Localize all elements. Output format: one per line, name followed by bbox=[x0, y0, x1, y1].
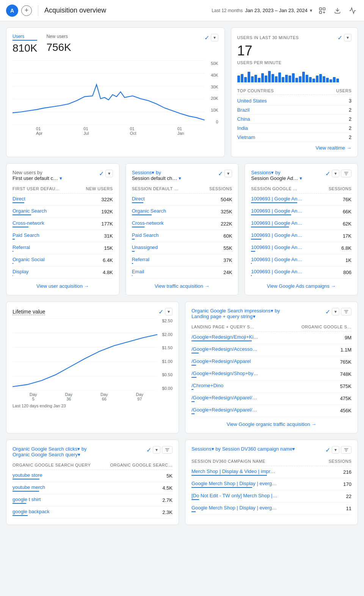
row-label[interactable]: Organic Search bbox=[13, 208, 47, 215]
row-label[interactable]: google backpack bbox=[13, 509, 50, 516]
table-row: Organic Search 192K bbox=[13, 206, 113, 218]
realtime-dropdown[interactable]: ▾ bbox=[344, 34, 351, 41]
organic-clicks-card: Organic Google Search clicks▾ by Organic… bbox=[6, 440, 179, 525]
row-label[interactable]: youtube store bbox=[13, 472, 42, 479]
row-label[interactable]: /Chrome+Dino bbox=[191, 383, 223, 390]
view-organic-link[interactable]: View Google organic traffic acquisition … bbox=[227, 421, 317, 427]
row-bar bbox=[13, 515, 28, 516]
row-label[interactable]: 1009693 | Google An… bbox=[251, 269, 302, 276]
row-bar bbox=[251, 227, 289, 227]
country-name[interactable]: United States bbox=[237, 98, 267, 104]
users-dropdown[interactable]: ▾ bbox=[211, 34, 218, 41]
row-label[interactable]: Cross-network bbox=[13, 220, 44, 227]
row-value: 76K bbox=[343, 197, 351, 202]
country-name[interactable]: China bbox=[237, 116, 250, 122]
export-icon[interactable] bbox=[332, 5, 343, 16]
table-row: Display 4.8K bbox=[13, 266, 113, 279]
row-value: 4.5K bbox=[162, 485, 173, 491]
date-range-selector[interactable]: Last 12 months Jan 23, 2023 – Jan 23, 20… bbox=[212, 8, 312, 13]
svg-rect-1 bbox=[323, 8, 325, 10]
organic-filter[interactable] bbox=[341, 308, 351, 315]
mini-bar bbox=[336, 79, 339, 82]
insights-icon[interactable] bbox=[347, 5, 358, 16]
ltv-x-labels: Day5 Day36 Day66 Day97 bbox=[13, 392, 173, 401]
row-label[interactable]: Unassigned bbox=[132, 244, 158, 252]
country-name[interactable]: India bbox=[237, 125, 248, 131]
view-organic-link-container: View Google organic traffic acquisition … bbox=[191, 421, 351, 427]
row-label[interactable]: [Do Not Edit - TW only] Merch Shop |… bbox=[191, 493, 277, 500]
row-label[interactable]: 1009693 | Google An… bbox=[251, 208, 302, 215]
view-ads-link[interactable]: View Google Ads campaigns → bbox=[267, 283, 336, 289]
row-label[interactable]: youtube merch bbox=[13, 484, 45, 492]
row-label[interactable]: Cross-network bbox=[132, 220, 164, 227]
row-label[interactable]: Referral bbox=[132, 257, 149, 264]
row-bar bbox=[13, 202, 24, 203]
row-label[interactable]: 1009693 | Google An… bbox=[251, 220, 302, 227]
row-label[interactable]: /Google+Redesign/Accesso… bbox=[191, 346, 257, 353]
row-label[interactable]: Email bbox=[132, 269, 144, 276]
date-chevron-icon: ▾ bbox=[310, 8, 312, 13]
row-label[interactable]: Organic Search bbox=[132, 208, 166, 215]
realtime-title: USERS IN LAST 30 MINUTES bbox=[237, 35, 299, 40]
row-value: 806 bbox=[343, 270, 351, 275]
row-label[interactable]: Direct bbox=[13, 196, 25, 203]
row-label[interactable]: Referral bbox=[13, 244, 30, 252]
share-icon[interactable] bbox=[317, 5, 328, 16]
mini-bar bbox=[309, 77, 312, 82]
row-label[interactable]: /Google+Redesign/Apparel/… bbox=[191, 407, 257, 414]
row-label[interactable]: 1009693 | Google An… bbox=[251, 244, 302, 252]
country-name[interactable]: Vietnam bbox=[237, 134, 255, 140]
mini-bar bbox=[248, 72, 250, 82]
organic-dropdown[interactable]: ▾ bbox=[332, 308, 339, 315]
row-bar bbox=[132, 214, 152, 215]
table-row: 1009693 | Google An… 6.8K bbox=[251, 242, 351, 254]
row-label[interactable]: /Google+Redesign/Shop+by… bbox=[191, 371, 258, 378]
view-traffic-link[interactable]: View traffic acquisition → bbox=[155, 283, 210, 289]
country-row: India2 bbox=[237, 124, 351, 133]
row-label[interactable]: google t shirt bbox=[13, 497, 41, 504]
dv360-filter[interactable] bbox=[341, 446, 351, 454]
row-bar bbox=[251, 202, 297, 203]
row-label[interactable]: Paid Search bbox=[132, 232, 159, 240]
dv360-dropdown[interactable]: ▾ bbox=[332, 446, 339, 454]
new-users-dropdown[interactable]: ▾ bbox=[105, 170, 113, 177]
row-label[interactable]: Merch Shop | Display & Video | impr… bbox=[191, 468, 275, 476]
mini-bar bbox=[323, 76, 325, 82]
row-label[interactable]: Paid Search bbox=[13, 232, 39, 240]
new-users-metric: New users 756K bbox=[46, 34, 71, 54]
mini-bar bbox=[271, 74, 274, 82]
country-row: Vietnam2 bbox=[237, 133, 351, 142]
sessions-dropdown[interactable]: ▾ bbox=[224, 170, 232, 177]
ltv-check-icon: ✓ bbox=[158, 308, 163, 315]
country-users-value: 3 bbox=[349, 98, 351, 104]
sessions-ads-title: Sessions▾ by Session Google Ad… ▾ bbox=[251, 170, 302, 181]
page-title: Acquisition overview bbox=[44, 6, 212, 14]
country-name[interactable]: Brazil bbox=[237, 107, 250, 113]
organic-clicks-filter[interactable] bbox=[162, 446, 173, 454]
row-label[interactable]: 1009693 | Google An… bbox=[251, 232, 302, 240]
row-label[interactable]: Google Merch Shop | Display | everg… bbox=[191, 481, 277, 488]
realtime-check-icon: ✓ bbox=[337, 34, 342, 41]
ltv-dropdown[interactable]: ▾ bbox=[165, 308, 173, 315]
row-label[interactable]: 1009693 | Google An… bbox=[251, 257, 302, 264]
organic-clicks-dropdown[interactable]: ▾ bbox=[153, 446, 160, 454]
row-label[interactable]: 1009693 | Google An… bbox=[251, 196, 302, 203]
table-row: /Google+Redesign/Apparel/… 475K bbox=[191, 393, 351, 405]
row-label[interactable]: Organic Social bbox=[13, 257, 45, 264]
mini-bar bbox=[278, 73, 281, 82]
row-bar bbox=[13, 214, 31, 215]
row-label[interactable]: Direct bbox=[132, 196, 145, 203]
mini-bar bbox=[268, 71, 271, 82]
sessions-ads-dropdown[interactable]: ▾ bbox=[332, 170, 339, 177]
row-label[interactable]: /Google+Redesign/Emoji+Ki… bbox=[191, 334, 258, 341]
row-label[interactable]: Google Merch Shop | Display | everg… bbox=[191, 505, 277, 512]
row-value: 504K bbox=[221, 197, 232, 202]
add-property-button[interactable]: + bbox=[21, 5, 32, 16]
row-label[interactable]: /Google+Redesign/Apparel bbox=[191, 358, 251, 366]
view-realtime-link[interactable]: View realtime bbox=[315, 145, 345, 151]
row-label[interactable]: /Google+Redesign/Apparel/… bbox=[191, 395, 257, 402]
row-label[interactable]: Display bbox=[13, 269, 29, 276]
sessions-ads-filter[interactable] bbox=[341, 170, 351, 177]
organic-search-card: Organic Google Search impressions▾ by La… bbox=[185, 301, 358, 434]
view-user-acquisition-link[interactable]: View user acquisition → bbox=[36, 283, 89, 289]
